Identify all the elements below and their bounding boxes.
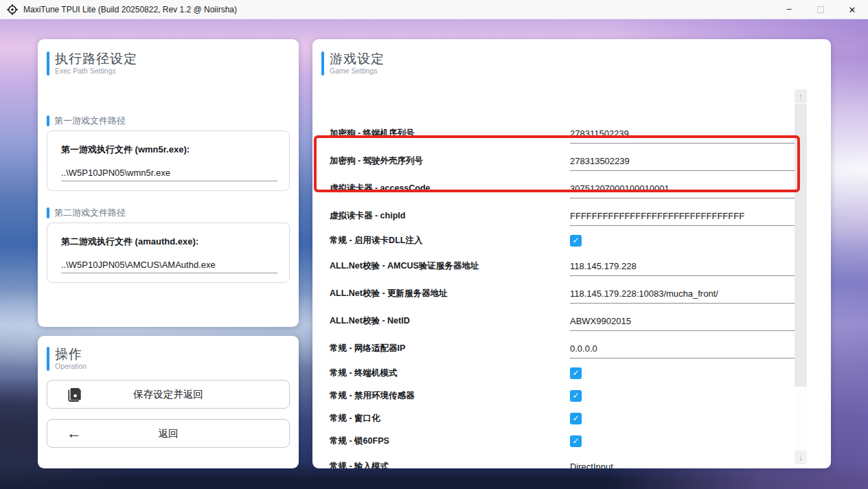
scroll-up-icon: ↑ [799, 92, 803, 100]
checkbox[interactable]: ✓ [570, 390, 582, 402]
save-button-label: 保存设定并返回 [47, 388, 289, 401]
window-controls: – ✕ [773, 0, 868, 19]
panel-subtitle: Exec Path Settings [55, 67, 137, 76]
back-arrow-icon: ← [67, 427, 82, 440]
settings-rows: 加密狗 - 终端机序列号278311502239加密狗 - 驾驶外壳序列号278… [312, 120, 831, 468]
panel-title: 操作 [55, 347, 87, 362]
setting-row: 加密狗 - 终端机序列号278311502239 [312, 120, 831, 148]
maximize-icon [817, 6, 824, 13]
setting-input[interactable]: 0.0.0.0 [570, 341, 799, 359]
section-label-first-path: 第一游戏文件路径 [47, 115, 126, 127]
accent-bar [47, 52, 49, 76]
setting-row: 加密狗 - 驾驶外壳序列号278313502239 [312, 148, 831, 175]
app-window: MaxiTune TPUI Lite (Build 20250822, Rev … [0, 0, 868, 489]
title-bar: MaxiTune TPUI Lite (Build 20250822, Rev … [0, 0, 868, 19]
setting-row: 常规 - 启用读卡DLL注入✓ [312, 230, 831, 253]
scrollbar-thumb[interactable] [795, 104, 807, 387]
window-title: MaxiTune TPUI Lite (Build 20250822, Rev … [23, 5, 237, 14]
minimize-icon: – [786, 3, 791, 14]
setting-row: ALL.Net校验 - AMCUS验证服务器地址118.145.179.228 [312, 253, 831, 280]
setting-input[interactable]: 118.145.179.228:10083/mucha_front/ [570, 286, 799, 304]
second-game-path-input[interactable]: ..\W5P10JPN05\AMCUS\AMAuthd.exe [61, 260, 277, 273]
setting-row: 常规 - 输入模式DirectInput [312, 453, 831, 468]
panel-subtitle: Operation [55, 362, 87, 371]
setting-row: 虚拟读卡器 - chipIdFFFFFFFFFFFFFFFFFFFFFFFFFF… [312, 203, 831, 230]
setting-input[interactable]: ABWX9902015 [570, 313, 799, 331]
wallpaper: 执行路径设定 Exec Path Settings 第一游戏文件路径 第一游戏执… [0, 19, 868, 489]
checkbox[interactable]: ✓ [570, 413, 582, 424]
setting-row: 常规 - 锁60FPS✓ [312, 431, 831, 453]
accent-bar [47, 115, 49, 126]
checkbox-tick-icon: ✓ [572, 235, 579, 247]
setting-input[interactable]: DirectInput [570, 459, 799, 468]
exec-path-panel: 执行路径设定 Exec Path Settings 第一游戏文件路径 第一游戏执… [38, 39, 299, 327]
panel-header: 执行路径设定 Exec Path Settings [47, 52, 299, 76]
second-game-path-box: 第二游戏执行文件 (amauthd.exe): ..\W5P10JPN05\AM… [47, 223, 290, 283]
checkbox[interactable]: ✓ [570, 235, 582, 247]
scrollbar[interactable]: ↑ ↓ [795, 89, 807, 464]
accent-bar [321, 52, 324, 76]
return-button-label: 返回 [47, 427, 289, 440]
first-game-path-input[interactable]: ..\W5P10JPN05\wmn5r.exe [61, 168, 277, 181]
save-and-return-button[interactable]: 保存设定并返回 [47, 380, 290, 409]
first-game-path-box: 第一游戏执行文件 (wmn5r.exe): ..\W5P10JPN05\wmn5… [47, 130, 290, 191]
scroll-down-button[interactable]: ↓ [795, 451, 807, 464]
game-settings-panel: 游戏设定 Game Settings 加密狗 - 终端机序列号278311502… [312, 39, 831, 468]
save-icon [67, 386, 83, 402]
setting-row: 虚拟读卡器 - accessCode30751207000100010001 [312, 175, 831, 203]
minimize-button[interactable]: – [773, 0, 805, 19]
scroll-up-button[interactable]: ↑ [795, 89, 807, 103]
panel-subtitle: Game Settings [330, 67, 385, 76]
panel-title: 执行路径设定 [55, 52, 137, 67]
return-button[interactable]: ← 返回 [47, 419, 290, 448]
section-text: 第一游戏文件路径 [54, 115, 126, 127]
checkbox[interactable]: ✓ [570, 435, 582, 447]
setting-row: 常规 - 网络适配器IP0.0.0.0 [312, 335, 831, 363]
setting-input[interactable]: 118.145.179.228 [570, 258, 799, 276]
path-field-label: 第二游戏执行文件 (amauthd.exe): [61, 236, 277, 248]
setting-row: 常规 - 窗口化✓ [312, 408, 831, 431]
panel-header: 操作 Operation [47, 347, 299, 371]
accent-bar [47, 207, 49, 218]
checkbox-tick-icon: ✓ [572, 367, 579, 379]
setting-row: ALL.Net校验 - 更新服务器地址118.145.179.228:10083… [312, 280, 831, 308]
section-label-second-path: 第二游戏文件路径 [47, 207, 126, 219]
setting-input[interactable]: FFFFFFFFFFFFFFFFFFFFFFFFFFFFFFFF [570, 208, 799, 226]
checkbox-tick-icon: ✓ [572, 413, 579, 424]
scroll-down-icon: ↓ [799, 453, 803, 462]
app-icon [7, 4, 18, 15]
path-field-label: 第一游戏执行文件 (wmn5r.exe): [61, 144, 277, 156]
setting-row: ALL.Net校验 - NetIDABWX9902015 [312, 308, 831, 335]
accent-bar [47, 347, 49, 371]
setting-input[interactable]: 278313502239 [570, 153, 799, 171]
operation-panel: 操作 Operation 保存设定并返回 ← [38, 336, 299, 468]
setting-input[interactable]: 30751207000100010001 [570, 181, 799, 198]
close-button[interactable]: ✕ [836, 0, 868, 19]
section-text: 第二游戏文件路径 [54, 207, 126, 219]
close-icon: ✕ [849, 5, 856, 15]
panel-header: 游戏设定 Game Settings [321, 52, 831, 76]
setting-row: 常规 - 终端机模式✓ [312, 363, 831, 385]
setting-row: 常规 - 禁用环境传感器✓ [312, 385, 831, 408]
panel-title: 游戏设定 [330, 52, 385, 67]
checkbox-tick-icon: ✓ [572, 390, 579, 402]
maximize-button[interactable] [805, 0, 836, 19]
checkbox-tick-icon: ✓ [572, 435, 579, 447]
setting-input[interactable]: 278311502239 [570, 126, 799, 144]
checkbox[interactable]: ✓ [570, 367, 582, 379]
